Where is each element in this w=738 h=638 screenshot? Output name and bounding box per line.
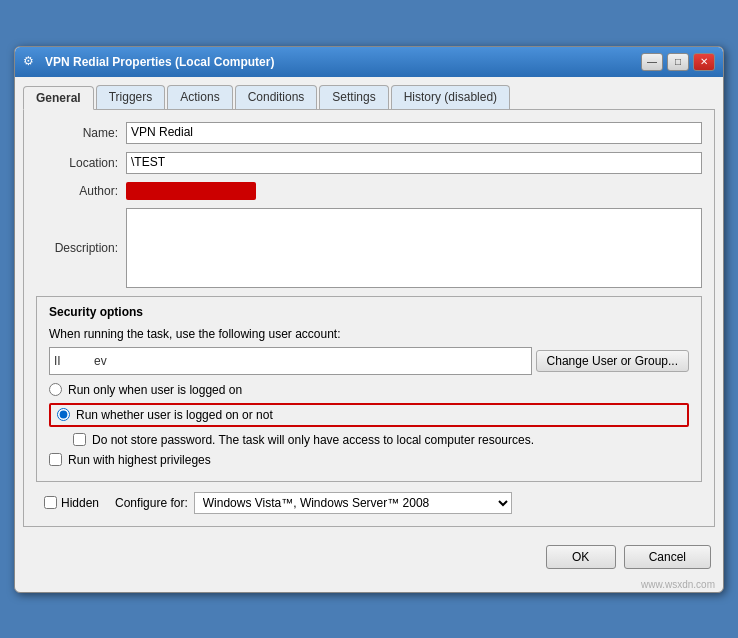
location-row: Location: \TEST xyxy=(36,152,702,174)
bottom-row: Hidden Configure for: Windows Vista™, Wi… xyxy=(36,492,702,514)
user-account-label: When running the task, use the following… xyxy=(49,327,689,341)
tab-bar: General Triggers Actions Conditions Sett… xyxy=(23,85,715,110)
radio-whether-logged-label: Run whether user is logged on or not xyxy=(76,408,273,422)
ok-button[interactable]: OK xyxy=(546,545,616,569)
security-group: Security options When running the task, … xyxy=(36,296,702,482)
author-redacted xyxy=(126,182,256,200)
author-label: Author: xyxy=(36,184,126,198)
minimize-button[interactable]: — xyxy=(641,53,663,71)
configure-select[interactable]: Windows Vista™, Windows Server™ 2008 Win… xyxy=(194,492,512,514)
maximize-button[interactable]: □ xyxy=(667,53,689,71)
title-bar-left: ⚙ VPN Redial Properties (Local Computer) xyxy=(23,54,274,70)
tab-conditions[interactable]: Conditions xyxy=(235,85,318,109)
tab-general[interactable]: General xyxy=(23,86,94,110)
radio-whether-logged-row: Run whether user is logged on or not xyxy=(49,403,689,427)
name-row: Name: VPN Redial xyxy=(36,122,702,144)
dialog-body: General Triggers Actions Conditions Sett… xyxy=(15,77,723,535)
tab-content: Name: VPN Redial Location: \TEST Author:… xyxy=(23,110,715,527)
user-account-row: II ev Change User or Group... xyxy=(49,347,689,375)
tab-history[interactable]: History (disabled) xyxy=(391,85,510,109)
name-label: Name: xyxy=(36,126,126,140)
security-title: Security options xyxy=(49,305,689,319)
highest-privileges-label: Run with highest privileges xyxy=(68,453,211,467)
hidden-check: Hidden xyxy=(44,496,99,510)
hidden-checkbox[interactable] xyxy=(44,496,57,509)
radio-logged-on[interactable] xyxy=(49,383,62,396)
user-part2: ev xyxy=(94,350,107,372)
location-label: Location: xyxy=(36,156,126,170)
highest-privileges-checkbox[interactable] xyxy=(49,453,62,466)
tab-triggers[interactable]: Triggers xyxy=(96,85,166,109)
highest-privileges-row: Run with highest privileges xyxy=(49,453,689,467)
title-buttons: — □ ✕ xyxy=(641,53,715,71)
radio-whether-logged[interactable] xyxy=(57,408,70,421)
cancel-button[interactable]: Cancel xyxy=(624,545,711,569)
tab-actions[interactable]: Actions xyxy=(167,85,232,109)
user-part1: II xyxy=(54,350,61,372)
window-icon: ⚙ xyxy=(23,54,39,70)
location-value: \TEST xyxy=(126,152,702,174)
change-user-button[interactable]: Change User or Group... xyxy=(536,350,689,372)
title-bar: ⚙ VPN Redial Properties (Local Computer)… xyxy=(15,47,723,77)
no-store-password-row: Do not store password. The task will onl… xyxy=(49,433,689,447)
no-store-password-checkbox[interactable] xyxy=(73,433,86,446)
close-button[interactable]: ✕ xyxy=(693,53,715,71)
description-label: Description: xyxy=(36,241,126,255)
dialog-buttons: OK Cancel xyxy=(15,535,723,577)
window-title: VPN Redial Properties (Local Computer) xyxy=(45,55,274,69)
tab-settings[interactable]: Settings xyxy=(319,85,388,109)
user-account-input[interactable]: II ev xyxy=(49,347,532,375)
author-row: Author: xyxy=(36,182,702,200)
hidden-label: Hidden xyxy=(61,496,99,510)
description-value[interactable] xyxy=(126,208,702,288)
radio-logged-on-row: Run only when user is logged on xyxy=(49,383,689,397)
no-store-password-label: Do not store password. The task will onl… xyxy=(92,433,534,447)
watermark: www.wsxdn.com xyxy=(15,577,723,592)
radio-logged-on-label: Run only when user is logged on xyxy=(68,383,242,397)
name-value[interactable]: VPN Redial xyxy=(126,122,702,144)
description-row: Description: xyxy=(36,208,702,288)
main-window: ⚙ VPN Redial Properties (Local Computer)… xyxy=(14,46,724,593)
configure-label: Configure for: xyxy=(115,496,188,510)
